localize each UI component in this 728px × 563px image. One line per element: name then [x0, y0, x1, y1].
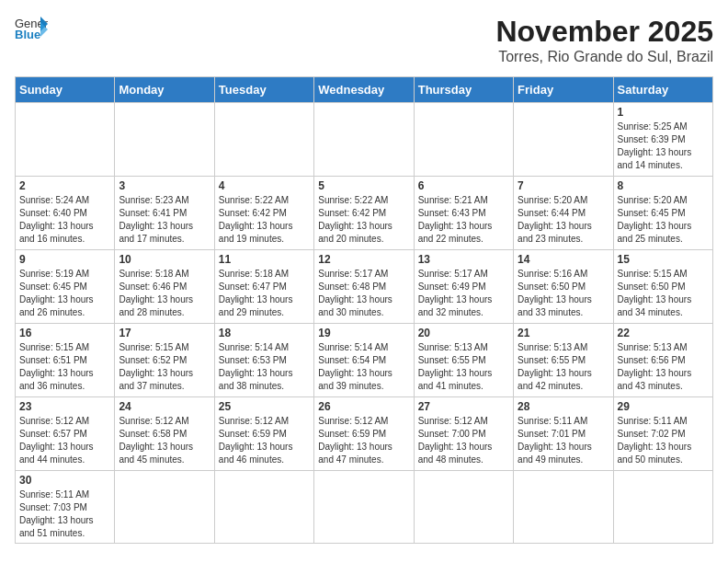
calendar-day-header: Sunday	[16, 77, 115, 103]
day-info: Sunrise: 5:11 AM Sunset: 7:02 PM Dayligh…	[618, 415, 709, 466]
day-number: 8	[618, 179, 709, 192]
calendar-cell: 12Sunrise: 5:17 AM Sunset: 6:48 PM Dayli…	[314, 250, 414, 324]
day-info: Sunrise: 5:17 AM Sunset: 6:49 PM Dayligh…	[418, 268, 509, 319]
logo-icon: General Blue	[15, 15, 48, 40]
day-number: 22	[618, 327, 709, 339]
day-number: 29	[618, 400, 709, 413]
calendar-cell: 30Sunrise: 5:11 AM Sunset: 7:03 PM Dayli…	[16, 471, 115, 544]
day-number: 12	[318, 253, 409, 266]
day-info: Sunrise: 5:14 AM Sunset: 6:53 PM Dayligh…	[219, 341, 310, 393]
calendar-cell: 29Sunrise: 5:11 AM Sunset: 7:02 PM Dayli…	[613, 397, 712, 471]
title-block: November 2025 Torres, Rio Grande do Sul,…	[495, 15, 713, 65]
calendar-cell	[115, 471, 214, 544]
calendar-cell: 3Sunrise: 5:23 AM Sunset: 6:41 PM Daylig…	[115, 177, 214, 250]
calendar-table: SundayMondayTuesdayWednesdayThursdayFrid…	[15, 76, 713, 544]
calendar-cell: 14Sunrise: 5:16 AM Sunset: 6:50 PM Dayli…	[514, 250, 613, 324]
day-number: 4	[219, 179, 310, 192]
calendar-cell: 4Sunrise: 5:22 AM Sunset: 6:42 PM Daylig…	[214, 177, 313, 250]
day-number: 10	[119, 253, 210, 266]
calendar-header-row: SundayMondayTuesdayWednesdayThursdayFrid…	[16, 77, 713, 103]
day-number: 28	[518, 400, 609, 413]
calendar-cell	[115, 103, 214, 177]
day-number: 13	[418, 253, 509, 266]
day-number: 26	[318, 400, 409, 413]
calendar-cell: 8Sunrise: 5:20 AM Sunset: 6:45 PM Daylig…	[613, 177, 712, 250]
calendar-cell	[514, 103, 613, 177]
svg-text:Blue: Blue	[15, 28, 40, 40]
day-info: Sunrise: 5:12 AM Sunset: 6:57 PM Dayligh…	[19, 415, 110, 466]
calendar-cell: 9Sunrise: 5:19 AM Sunset: 6:45 PM Daylig…	[16, 250, 115, 324]
day-number: 9	[19, 253, 110, 266]
day-info: Sunrise: 5:12 AM Sunset: 6:59 PM Dayligh…	[318, 415, 409, 466]
day-info: Sunrise: 5:14 AM Sunset: 6:54 PM Dayligh…	[318, 341, 409, 393]
day-info: Sunrise: 5:12 AM Sunset: 6:58 PM Dayligh…	[119, 415, 210, 466]
calendar-week-row: 30Sunrise: 5:11 AM Sunset: 7:03 PM Dayli…	[16, 471, 713, 544]
day-info: Sunrise: 5:22 AM Sunset: 6:42 PM Dayligh…	[318, 194, 409, 246]
calendar-day-header: Thursday	[414, 77, 513, 103]
day-info: Sunrise: 5:11 AM Sunset: 7:03 PM Dayligh…	[19, 488, 110, 540]
day-number: 7	[518, 179, 609, 192]
calendar-cell: 20Sunrise: 5:13 AM Sunset: 6:55 PM Dayli…	[414, 324, 513, 397]
day-info: Sunrise: 5:15 AM Sunset: 6:50 PM Dayligh…	[618, 268, 709, 319]
calendar-cell: 6Sunrise: 5:21 AM Sunset: 6:43 PM Daylig…	[414, 177, 513, 250]
day-info: Sunrise: 5:13 AM Sunset: 6:55 PM Dayligh…	[418, 341, 509, 393]
day-info: Sunrise: 5:22 AM Sunset: 6:42 PM Dayligh…	[219, 194, 310, 246]
day-number: 25	[219, 400, 310, 413]
calendar-cell: 2Sunrise: 5:24 AM Sunset: 6:40 PM Daylig…	[16, 177, 115, 250]
calendar-cell	[214, 103, 313, 177]
day-number: 30	[19, 474, 110, 487]
day-number: 2	[19, 179, 110, 192]
day-info: Sunrise: 5:15 AM Sunset: 6:52 PM Dayligh…	[119, 341, 210, 393]
day-info: Sunrise: 5:25 AM Sunset: 6:39 PM Dayligh…	[618, 121, 709, 172]
calendar-cell: 13Sunrise: 5:17 AM Sunset: 6:49 PM Dayli…	[414, 250, 513, 324]
calendar-week-row: 23Sunrise: 5:12 AM Sunset: 6:57 PM Dayli…	[16, 397, 713, 471]
day-number: 14	[518, 253, 609, 266]
day-number: 1	[618, 106, 709, 119]
day-info: Sunrise: 5:16 AM Sunset: 6:50 PM Dayligh…	[518, 268, 609, 319]
day-info: Sunrise: 5:13 AM Sunset: 6:55 PM Dayligh…	[518, 341, 609, 393]
day-number: 21	[518, 327, 609, 339]
calendar-cell: 16Sunrise: 5:15 AM Sunset: 6:51 PM Dayli…	[16, 324, 115, 397]
calendar-cell: 23Sunrise: 5:12 AM Sunset: 6:57 PM Dayli…	[16, 397, 115, 471]
calendar-cell: 11Sunrise: 5:18 AM Sunset: 6:47 PM Dayli…	[214, 250, 313, 324]
month-title: November 2025	[495, 15, 713, 49]
day-number: 5	[318, 179, 409, 192]
calendar-cell	[613, 471, 712, 544]
calendar-cell: 21Sunrise: 5:13 AM Sunset: 6:55 PM Dayli…	[514, 324, 613, 397]
day-info: Sunrise: 5:21 AM Sunset: 6:43 PM Dayligh…	[418, 194, 509, 246]
day-info: Sunrise: 5:20 AM Sunset: 6:45 PM Dayligh…	[618, 194, 709, 246]
day-info: Sunrise: 5:13 AM Sunset: 6:56 PM Dayligh…	[618, 341, 709, 393]
day-number: 24	[119, 400, 210, 413]
day-info: Sunrise: 5:12 AM Sunset: 6:59 PM Dayligh…	[219, 415, 310, 466]
day-info: Sunrise: 5:23 AM Sunset: 6:41 PM Dayligh…	[119, 194, 210, 246]
day-info: Sunrise: 5:24 AM Sunset: 6:40 PM Dayligh…	[19, 194, 110, 246]
calendar-body: 1Sunrise: 5:25 AM Sunset: 6:39 PM Daylig…	[16, 103, 713, 544]
day-info: Sunrise: 5:12 AM Sunset: 7:00 PM Dayligh…	[418, 415, 509, 466]
day-number: 19	[318, 327, 409, 339]
calendar-cell: 18Sunrise: 5:14 AM Sunset: 6:53 PM Dayli…	[214, 324, 313, 397]
day-number: 6	[418, 179, 509, 192]
calendar-cell: 10Sunrise: 5:18 AM Sunset: 6:46 PM Dayli…	[115, 250, 214, 324]
location-title: Torres, Rio Grande do Sul, Brazil	[495, 49, 713, 65]
calendar-cell	[414, 471, 513, 544]
day-number: 17	[119, 327, 210, 339]
calendar-day-header: Tuesday	[214, 77, 313, 103]
calendar-day-header: Wednesday	[314, 77, 414, 103]
calendar-week-row: 16Sunrise: 5:15 AM Sunset: 6:51 PM Dayli…	[16, 324, 713, 397]
calendar-cell	[514, 471, 613, 544]
calendar-cell: 7Sunrise: 5:20 AM Sunset: 6:44 PM Daylig…	[514, 177, 613, 250]
day-number: 20	[418, 327, 509, 339]
day-info: Sunrise: 5:19 AM Sunset: 6:45 PM Dayligh…	[19, 268, 110, 319]
calendar-cell	[314, 103, 414, 177]
calendar-day-header: Friday	[514, 77, 613, 103]
calendar-cell: 25Sunrise: 5:12 AM Sunset: 6:59 PM Dayli…	[214, 397, 313, 471]
calendar-cell	[314, 471, 414, 544]
day-number: 23	[19, 400, 110, 413]
day-info: Sunrise: 5:17 AM Sunset: 6:48 PM Dayligh…	[318, 268, 409, 319]
day-info: Sunrise: 5:11 AM Sunset: 7:01 PM Dayligh…	[518, 415, 609, 466]
day-number: 15	[618, 253, 709, 266]
calendar-week-row: 9Sunrise: 5:19 AM Sunset: 6:45 PM Daylig…	[16, 250, 713, 324]
calendar-week-row: 1Sunrise: 5:25 AM Sunset: 6:39 PM Daylig…	[16, 103, 713, 177]
day-info: Sunrise: 5:20 AM Sunset: 6:44 PM Dayligh…	[518, 194, 609, 246]
calendar-cell: 19Sunrise: 5:14 AM Sunset: 6:54 PM Dayli…	[314, 324, 414, 397]
